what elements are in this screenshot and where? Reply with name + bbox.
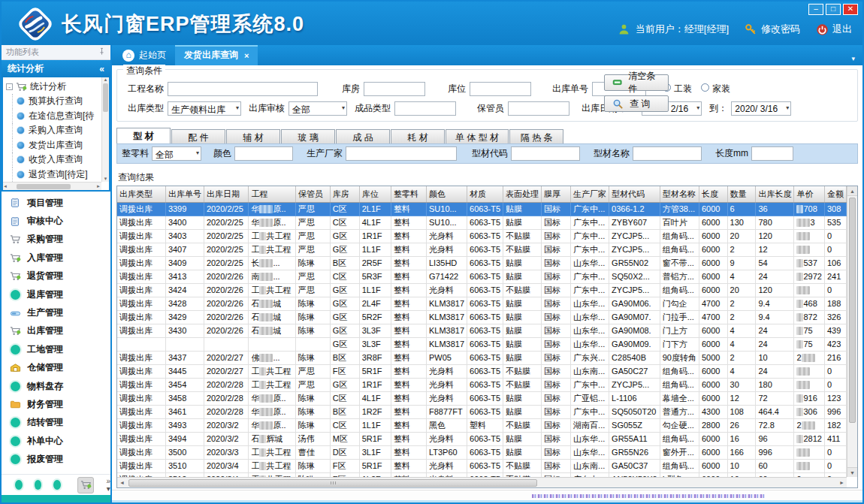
material-tab-4[interactable]: 成 品 [336,129,390,143]
column-header-11[interactable]: 膜厚 [542,186,571,202]
project-name-input[interactable] [168,82,318,96]
profile-name-input[interactable] [633,146,702,161]
column-header-3[interactable]: 工程 [249,186,295,202]
column-header-12[interactable]: 生产厂家 [571,186,609,202]
maker-input[interactable] [346,146,457,161]
table-row[interactable]: 调拨出库34002020/2/25华原..严思C区4L1F整料SU10...60… [117,216,847,229]
table-row[interactable]: 调拨出库34942020/3/2石辉城汤伟M区5R1F整料光身料6063-T5贴… [117,432,847,445]
audit-select[interactable]: 全部 [289,101,347,116]
profile-code-input[interactable] [511,146,580,161]
maximize-button[interactable]: □ [826,4,841,15]
table-row[interactable]: 调拨出库34032020/2/25工共工程严思G区1R1F整料光身料6063-T… [117,229,847,243]
column-header-18[interactable]: 单价 [794,186,824,202]
table-row[interactable]: 调拨出库33992020/2/25华原..严思C区2L1F整料SU10...60… [117,202,847,216]
sidebar-module-9[interactable]: 仓储管理 [2,359,110,377]
table-horizontal-scrollbar[interactable]: ◄► [117,477,847,487]
table-row[interactable]: 调拨出库35102020/3/4工共工程陈琳F区5R1F整料光身料6063-T5… [117,459,847,472]
tab-overflow-icon[interactable]: ▾ [851,55,855,62]
pin-icon[interactable] [98,47,106,57]
tree-item-4[interactable]: 收货入库查询 [6,152,101,167]
keeper-input[interactable] [508,101,569,116]
sidebar-module-4[interactable]: 退货管理 [2,267,110,285]
column-header-6[interactable]: 库位 [359,186,391,202]
material-tab-0[interactable]: 型 材 [116,128,171,143]
sidebar-module-5[interactable]: 退库管理 [2,285,110,303]
sidebar-module-12[interactable]: 结转管理 [2,414,110,432]
table-row[interactable]: 调拨出库34932020/3/2华原..陈琳C区1L1F整料黑色塑料不贴膜国标湖… [117,418,847,432]
sidebar-module-8[interactable]: 工地管理 [2,340,110,358]
table-row[interactable]: 调拨出库34582020/2/28华原..陈琳C区4L1F整料光身料6063-T… [117,391,847,405]
column-header-13[interactable]: 型材代码 [609,186,660,202]
tree-root-stats[interactable]: - 统计分析 [6,79,101,94]
tree-item-1[interactable]: 在途信息查询[待 [6,109,101,124]
module-dot-icon[interactable] [35,480,42,490]
tab-close-icon[interactable]: × [244,51,249,60]
sidebar-module-11[interactable]: 财务管理 [2,395,110,413]
sidebar-module-6[interactable]: 生产管理 [2,303,110,321]
date-to-picker[interactable]: 2020/ 3/16 [731,101,791,116]
minimize-button[interactable]: – [808,4,823,15]
tree-vertical-scrollbar[interactable]: ▲▼ [101,77,109,182]
module-dot-icon[interactable] [53,480,61,490]
table-row[interactable]: 调拨出库34072020/2/25工共工程严思G区1L1F整料光身料6063-T… [117,243,847,256]
table-row[interactable]: 调拨出库34302020/2/26石城陈琳G区3L3F整料KLM38176063… [117,324,847,337]
product-type-input[interactable] [394,101,456,116]
column-header-0[interactable]: 出库类型 [117,186,165,202]
cart-shortcut-button[interactable] [77,477,95,493]
table-row[interactable]: 调拨出库34092020/2/25长...陈琳B区2R5F整料LI35HD606… [117,256,847,270]
sidebar-module-2[interactable]: 采购管理 [2,231,110,249]
column-header-14[interactable]: 型材名称 [660,186,699,202]
column-header-15[interactable]: 长度 [699,186,727,202]
column-header-5[interactable]: 库房 [330,186,359,202]
sidebar-module-1[interactable]: 审核中心 [2,212,110,230]
table-vertical-scrollbar[interactable]: ▲▼ [847,186,857,477]
column-header-7[interactable]: 整零料 [391,186,426,202]
radio-home[interactable]: 家装 [701,83,730,95]
tree-expander-icon[interactable]: - [6,83,13,90]
search-button[interactable]: 查 询 [604,95,669,112]
sidebar-module-3[interactable]: 入库管理 [2,249,110,267]
collapse-icon[interactable]: « [99,64,104,74]
tree-item-0[interactable]: 预算执行查询 [6,94,101,109]
module-dot-icon[interactable] [15,480,23,490]
tree-item-5[interactable]: 退货查询[待定] [6,167,101,183]
clear-conditions-button[interactable]: 清空条件 [604,74,669,91]
location-input[interactable] [470,82,531,96]
column-header-9[interactable]: 材质 [467,186,503,202]
table-row[interactable]: 调拨出库34132020/2/26南...严思C区5R3F整料G71422606… [117,270,847,283]
tab-shipment-outbound-query[interactable]: 发货出库查询 × [175,45,258,65]
column-header-2[interactable]: 出库日期 [204,186,249,202]
material-tab-2[interactable]: 辅 材 [226,129,280,143]
length-input[interactable] [751,146,793,161]
warehouse-input[interactable] [364,82,425,96]
material-tab-1[interactable]: 配 件 [171,129,225,143]
table-row[interactable]: 调拨出库35002020/3/3工共工程曹佳D区3L1F整料LT3P606063… [117,445,847,459]
sidebar-module-10[interactable]: 物料盘存 [2,377,110,395]
column-header-10[interactable]: 表面处理 [503,186,542,202]
table-row[interactable]: 调拨出库34452020/2/27工共工程严思F区5R1F整料光身料6063-T… [117,364,847,378]
column-header-1[interactable]: 出库单号 [165,186,204,202]
more-modules-button[interactable]: »▾ [106,478,110,493]
logout-link[interactable]: 退出 [816,23,852,36]
sidebar-module-7[interactable]: 出库管理 [2,322,110,340]
column-header-16[interactable]: 数量 [727,186,756,202]
close-button[interactable]: ✕ [843,4,858,15]
out-type-select[interactable]: 生产领料出库 [168,101,241,116]
sidebar-module-14[interactable]: 报废管理 [2,450,110,468]
change-password-link[interactable]: 修改密码 [745,23,800,36]
material-tab-5[interactable]: 耗 材 [391,129,445,143]
tree-item-2[interactable]: 采购入库查询 [6,123,101,138]
table-row[interactable]: 调拨出库34372020/2/27佛...陈琳B区3R8F整料PW056063-… [117,351,847,364]
column-header-8[interactable]: 颜色 [426,186,467,202]
tree-item-3[interactable]: 发货出库查询 [6,138,101,153]
column-header-17[interactable]: 出库长度 [756,186,794,202]
tree-horizontal-scrollbar[interactable]: ◄► [3,182,101,190]
material-tab-7[interactable]: 隔 热 条 [509,129,563,143]
column-header-4[interactable]: 保管员 [295,186,330,202]
sidebar-module-13[interactable]: 补单中心 [2,432,110,450]
whole-part-select[interactable]: 全部 [152,146,201,161]
material-tab-6[interactable]: 单 体 型 材 [446,129,509,143]
column-header-19[interactable]: 金额 [824,186,846,202]
tab-home[interactable]: ⌂ 起始页 [113,45,175,65]
table-row[interactable]: 调拨出库34292020/2/26石城陈琳G区5R2F整料KLM38176063… [117,310,847,324]
